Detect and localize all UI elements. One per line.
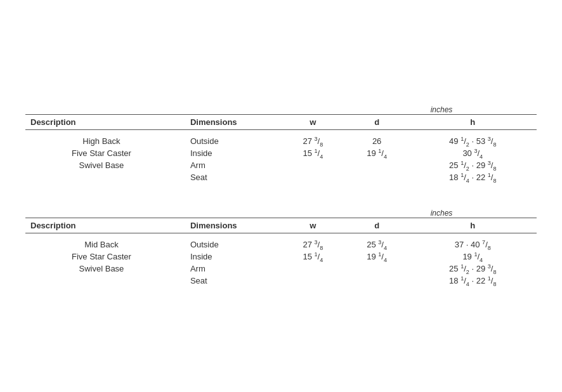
header-w-2: w	[281, 218, 345, 233]
desc-line-2-1: Mid Back	[30, 240, 173, 249]
w-cell-1-3	[281, 159, 345, 171]
table-row: Seat 18 1/4 · 22 1/8	[25, 171, 537, 183]
w-cell-1-1: 27 3/8	[281, 130, 345, 148]
spec-table-2: inches Description Dimensions w d h Mid …	[25, 209, 537, 287]
d-cell-1-2: 19 1/4	[345, 147, 409, 159]
table-1: Description Dimensions w d h High Back O…	[25, 114, 537, 183]
d-cell-1-4	[345, 171, 409, 183]
desc-cell-1-4	[25, 171, 185, 183]
h-cell-1-1: 49 1/2 · 53 3/8	[409, 130, 537, 148]
header-dimensions-1: Dimensions	[185, 115, 281, 130]
w-cell-2-2: 15 1/4	[281, 251, 345, 263]
d-cell-2-4	[345, 275, 409, 287]
inches-label-2: inches	[372, 209, 511, 218]
header-h-1: h	[409, 115, 537, 130]
inches-label-1: inches	[372, 105, 511, 114]
spec-table-1: inches Description Dimensions w d h High…	[25, 105, 537, 183]
dim-cell-1-1: Outside	[185, 130, 281, 148]
table-row: Seat 18 1/4 · 22 1/8	[25, 275, 537, 287]
d-cell-1-1: 26	[345, 130, 409, 148]
desc-cell-1-2: Five Star Caster	[25, 147, 185, 159]
d-cell-2-1: 25 3/4	[345, 233, 409, 251]
w-cell-1-2: 15 1/4	[281, 147, 345, 159]
h-cell-1-3: 25 1/2 · 29 3/8	[409, 159, 537, 171]
desc-cell-2-1: Mid Back	[25, 233, 185, 251]
h-cell-2-1: 37 · 40 7/8	[409, 233, 537, 251]
desc-cell-2-4	[25, 275, 185, 287]
d-cell-2-2: 19 1/4	[345, 251, 409, 263]
h-cell-1-2: 30 3/4	[409, 147, 537, 159]
dim-cell-2-1: Outside	[185, 233, 281, 251]
h-cell-2-4: 18 1/4 · 22 1/8	[409, 275, 537, 287]
dim-cell-1-4: Seat	[185, 171, 281, 183]
table-row: Five Star Caster Inside 15 1/4 19 1/4 19…	[25, 251, 537, 263]
inches-row-2: inches	[25, 209, 537, 218]
w-cell-2-4	[281, 275, 345, 287]
header-d-2: d	[345, 218, 409, 233]
desc-line-1: High Back	[30, 136, 173, 146]
w-cell-1-4	[281, 171, 345, 183]
header-dimensions-2: Dimensions	[185, 218, 281, 233]
dim-cell-2-3: Arm	[185, 263, 281, 275]
h-cell-2-3: 25 1/2 · 29 3/8	[409, 263, 537, 275]
table-row: High Back Outside 27 3/8 26 49 1/2 · 53 …	[25, 130, 537, 148]
d-cell-2-3	[345, 263, 409, 275]
header-d-1: d	[345, 115, 409, 130]
dim-cell-1-2: Inside	[185, 147, 281, 159]
dim-cell-1-3: Arm	[185, 159, 281, 171]
header-description-2: Description	[25, 218, 185, 233]
table-row: Swivel Base Arm 25 1/2 · 29 3/8	[25, 263, 537, 275]
header-h-2: h	[409, 218, 537, 233]
table-row: Swivel Base Arm 25 1/2 · 29 3/8	[25, 159, 537, 171]
w-cell-2-3	[281, 263, 345, 275]
desc-cell-1-3: Swivel Base	[25, 159, 185, 171]
dim-cell-2-2: Inside	[185, 251, 281, 263]
desc-cell-2-3: Swivel Base	[25, 263, 185, 275]
h-cell-1-4: 18 1/4 · 22 1/8	[409, 171, 537, 183]
w-cell-2-1: 27 3/8	[281, 233, 345, 251]
header-w-1: w	[281, 115, 345, 130]
header-description-1: Description	[25, 115, 185, 130]
tables-container: inches Description Dimensions w d h High…	[25, 105, 537, 287]
h-cell-2-2: 19 1/4	[409, 251, 537, 263]
table-row: Mid Back Outside 27 3/8 25 3/4 37 · 40 7…	[25, 233, 537, 251]
table-row: Five Star Caster Inside 15 1/4 19 1/4 30…	[25, 147, 537, 159]
inches-row-1: inches	[25, 105, 537, 114]
desc-cell-2-2: Five Star Caster	[25, 251, 185, 263]
dim-cell-2-4: Seat	[185, 275, 281, 287]
d-cell-1-3	[345, 159, 409, 171]
desc-cell-1-1: High Back	[25, 130, 185, 148]
table-2: Description Dimensions w d h Mid Back Ou…	[25, 218, 537, 287]
